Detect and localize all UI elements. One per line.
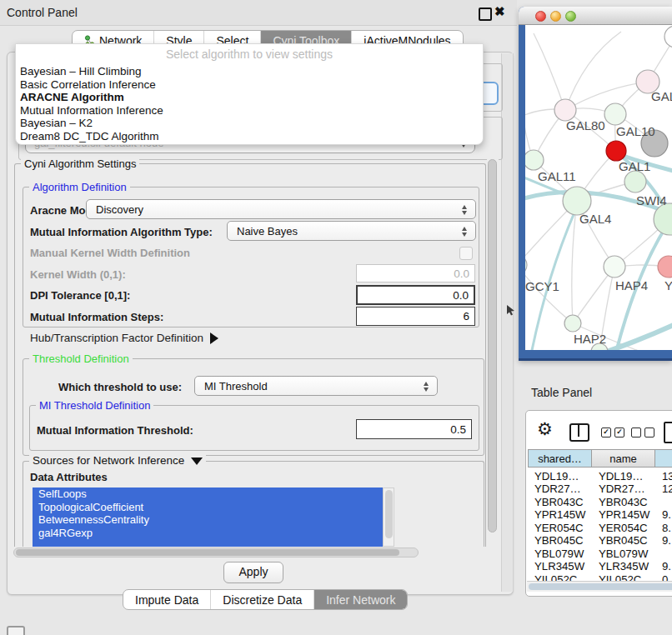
table-cell: 9. (655, 534, 672, 548)
mi-threshold-input[interactable] (356, 419, 472, 439)
sources-title-label: Sources for Network Inference (33, 454, 184, 467)
attribute-item-selected[interactable]: SelfLoops (33, 488, 383, 501)
mouse-cursor-icon (506, 305, 516, 317)
float-window-icon[interactable] (479, 8, 492, 21)
mi-type-combo[interactable]: Naive Bayes (227, 221, 476, 241)
combo-arrows-icon (462, 204, 468, 216)
tab-label: Impute Data (135, 593, 198, 607)
table-row[interactable]: YBR045CYBR045C9. (528, 534, 672, 548)
table-cell: YLR345W (592, 560, 655, 573)
dpi-tolerance-label: DPI Tolerance [0,1]: (30, 289, 130, 302)
control-panel-title: Control Panel (7, 6, 78, 19)
mi-type-value: Naive Bayes (237, 225, 298, 238)
which-threshold-label: Which threshold to use: (58, 381, 182, 393)
table-hscrollbar[interactable] (527, 581, 672, 592)
table-cell: YER054C (528, 522, 592, 535)
close-window-icon[interactable] (535, 11, 546, 22)
table-cell: 13 (655, 470, 672, 483)
table-header-row: shared…nameA (528, 449, 672, 468)
kernel-width-label: Kernel Width (0,1): (30, 268, 126, 281)
network-window-titlebar[interactable] (519, 7, 672, 25)
algorithm-definition-title: Algorithm Definition (29, 181, 130, 193)
svg-text:SWI4: SWI4 (636, 193, 667, 208)
table-cell: YBR045C (528, 534, 592, 548)
algorithm-option[interactable]: Basic Correlation Inference (20, 78, 479, 91)
mi-threshold-label: Mutual Information Threshold: (37, 424, 193, 437)
hub-definition-expander[interactable]: Hub/Transcription Factor Definition (30, 332, 218, 344)
table-row[interactable]: YDL19…YDL19…13 (528, 470, 672, 483)
gear-icon[interactable]: ⚙ (537, 419, 553, 439)
algorithm-option[interactable]: Bayesian – Hill Climbing (20, 65, 479, 78)
collapsed-panel-icon[interactable] (7, 626, 25, 635)
cyni-settings-scrollview: Cyni Algorithm Settings Algorithm Defini… (12, 153, 487, 547)
which-threshold-combo[interactable]: MI Threshold (194, 376, 438, 396)
table-cell (655, 548, 672, 561)
table-cell: YPR145W (592, 508, 655, 522)
settings-hscrollbar-thumb[interactable] (16, 549, 399, 556)
attribute-item-selected[interactable]: gal4RGexp (33, 527, 383, 540)
attributes-scrollbar[interactable] (383, 488, 394, 547)
dpi-tolerance-input[interactable] (356, 285, 475, 305)
settings-vscrollbar[interactable] (487, 156, 499, 547)
svg-text:GAL10: GAL10 (616, 124, 655, 138)
table-row[interactable]: YPR145WYPR145W9. (528, 508, 672, 522)
mi-threshold-group-title: MI Threshold Definition (36, 399, 153, 412)
mi-steps-label: Mutual Information Steps: (30, 311, 163, 323)
table-row[interactable]: YBR043CYBR043C (528, 496, 672, 509)
deselect-all-columns-icon[interactable] (631, 428, 654, 438)
aracne-mode-combo[interactable]: Discovery (86, 199, 476, 219)
attribute-item-selected[interactable]: TopologicalCoefficient (33, 501, 383, 514)
sources-group-title[interactable]: Sources for Network Inference (29, 454, 206, 467)
attribute-item-selected[interactable]: BetweennessCentrality (33, 513, 383, 527)
table-hscrollbar-thumb[interactable] (529, 583, 672, 590)
settings-vscrollbar-thumb[interactable] (488, 159, 497, 532)
algorithm-option[interactable]: Mutual Information Inference (20, 104, 479, 117)
svg-text:GAL80: GAL80 (566, 118, 605, 132)
network-canvas[interactable]: GALGAL80GAL10GAL1GAL11SWI4GAL4GCY1HAP4YH… (525, 25, 672, 350)
table-panel-title: Table Panel (531, 386, 592, 399)
table-cell: YBL079W (592, 548, 655, 561)
collapsed-arrow-icon[interactable] (210, 332, 218, 344)
kernel-width-input[interactable] (356, 264, 475, 282)
table-cell: 9. (655, 560, 672, 573)
column-header-shared[interactable]: shared… (528, 449, 592, 468)
tab-impute-data[interactable]: Impute Data (123, 590, 211, 609)
columns-icon[interactable] (569, 423, 589, 442)
algorithm-option[interactable]: Bayesian – K2 (20, 117, 479, 129)
tab-discretize-data[interactable]: Discretize Data (211, 590, 314, 609)
table-row[interactable]: YER054CYER054C8. (528, 522, 672, 535)
table-row[interactable]: YLR345WYLR345W9. (528, 560, 672, 573)
expanded-arrow-icon[interactable] (191, 458, 203, 465)
minimize-window-icon[interactable] (550, 11, 561, 22)
select-all-columns-icon[interactable]: ✓✓ (601, 428, 624, 438)
table-row[interactable]: YBL079WYBL079W (528, 548, 672, 561)
table-cell: 12 (655, 482, 672, 496)
apply-button[interactable]: Apply (223, 562, 283, 583)
svg-text:HAP4: HAP4 (615, 278, 648, 292)
algorithm-option[interactable]: ARACNE Algorithm (20, 91, 479, 103)
column-header-A[interactable]: A (655, 449, 672, 468)
close-panel-icon[interactable]: ✖ (494, 4, 505, 19)
table-cell: YDR27… (592, 482, 655, 496)
attributes-scrollbar-thumb[interactable] (385, 490, 393, 538)
tab-label: Infer Network (326, 593, 395, 607)
table-cell: YPR145W (528, 508, 592, 522)
data-attributes-list[interactable]: SelfLoopsTopologicalCoefficientBetweenne… (33, 488, 383, 547)
manual-kernel-checkbox[interactable] (459, 247, 473, 260)
table-cell: YER054C (592, 522, 655, 535)
mi-steps-input[interactable] (356, 307, 475, 326)
algorithm-option[interactable]: Dream8 DC_TDC Algorithm (20, 130, 479, 142)
table-row[interactable]: YDR27…YDR27…12 (528, 482, 672, 496)
column-header-name[interactable]: name (592, 449, 655, 468)
manual-kernel-label: Manual Kernel Width Definition (30, 247, 190, 259)
algorithm-dropdown-hint: Select algorithm to view settings (16, 48, 483, 61)
panel-scrollbar-track[interactable] (501, 53, 514, 592)
zoom-window-icon[interactable] (565, 11, 576, 22)
settings-hscrollbar[interactable] (13, 548, 419, 558)
svg-text:Y: Y (664, 278, 672, 292)
panel-mode-icon[interactable] (664, 422, 672, 443)
table-cell: YLR345W (528, 560, 592, 573)
table-cell: YBR045C (592, 534, 655, 548)
table-cell: YBL079W (528, 548, 592, 561)
tab-infer-network[interactable]: Infer Network (314, 590, 407, 609)
